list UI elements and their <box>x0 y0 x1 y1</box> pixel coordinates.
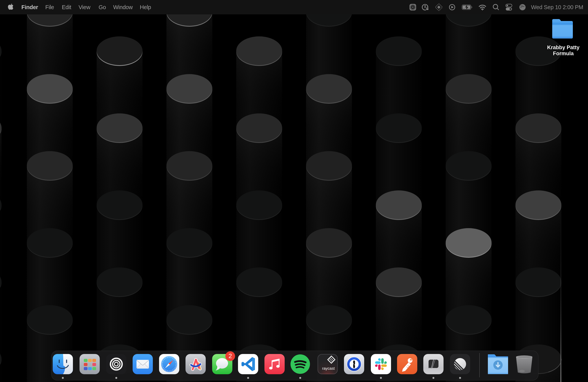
svg-text:raycast: raycast <box>322 366 335 371</box>
